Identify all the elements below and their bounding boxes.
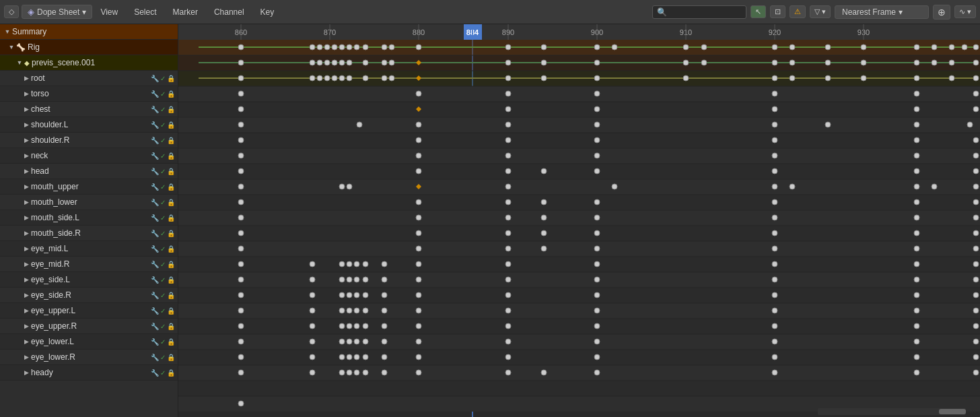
mouth-upper-check-icon[interactable]: ✓	[160, 183, 166, 191]
select-mode-button[interactable]: ↖	[750, 5, 766, 18]
shoulder-l-lock-icon[interactable]: 🔒	[167, 121, 175, 129]
eye-mid-r-wrench-icon[interactable]: 🔧	[151, 261, 159, 268]
channel-mouth-upper[interactable]: ▶ mouth_upper 🔧 ✓ 🔒	[0, 179, 178, 195]
channel-mouth-side-r[interactable]: ▶ mouth_side.R 🔧 ✓ 🔒	[0, 226, 178, 241]
channel-mouth-side-l[interactable]: ▶ mouth_side.L 🔧 ✓ 🔒	[0, 210, 178, 226]
channel-previs[interactable]: ▼ ◆ previs_scene.001	[0, 55, 178, 71]
mouth-side-r-lock-icon[interactable]: 🔒	[167, 230, 175, 237]
root-check-icon[interactable]: ✓	[160, 75, 166, 82]
eye-lower-r-check-icon[interactable]: ✓	[160, 354, 166, 361]
shoulder-r-lock-icon[interactable]: 🔒	[167, 137, 175, 144]
mouth-lower-check-icon[interactable]: ✓	[160, 199, 166, 206]
mouth-side-l-check-icon[interactable]: ✓	[160, 214, 166, 222]
heady-wrench-icon[interactable]: 🔧	[151, 369, 159, 377]
eye-side-l-wrench-icon[interactable]: 🔧	[151, 276, 159, 284]
head-check-icon[interactable]: ✓	[160, 168, 166, 175]
torso-lock-icon[interactable]: 🔒	[167, 90, 175, 98]
channel-neck[interactable]: ▶ neck 🔧 ✓ 🔒	[0, 148, 178, 164]
channel-eye-lower-r[interactable]: ▶ eye_lower.R 🔧 ✓ 🔒	[0, 350, 178, 365]
filter-button[interactable]: ▽ ▾	[810, 5, 831, 18]
shoulder-r-check-icon[interactable]: ✓	[160, 137, 166, 144]
mouth-side-r-check-icon[interactable]: ✓	[160, 230, 166, 237]
channel-eye-side-l[interactable]: ▶ eye_side.L 🔧 ✓ 🔒	[0, 272, 178, 288]
eye-upper-r-check-icon[interactable]: ✓	[160, 323, 166, 330]
eye-mid-l-lock-icon[interactable]: 🔒	[167, 245, 175, 253]
sync-button[interactable]: ⊕	[933, 5, 950, 20]
shoulder-l-wrench-icon[interactable]: 🔧	[151, 121, 159, 129]
eye-lower-l-wrench-icon[interactable]: 🔧	[151, 338, 159, 346]
channel-chest[interactable]: ▶ chest 🔧 ✓ 🔒	[0, 102, 178, 117]
channel-eye-mid-r[interactable]: ▶ eye_mid.R 🔧 ✓ 🔒	[0, 257, 178, 272]
channel-shoulder-l[interactable]: ▶ shoulder.L 🔧 ✓ 🔒	[0, 117, 178, 133]
channel-heady[interactable]: ▶ heady 🔧 ✓ 🔒	[0, 365, 178, 381]
nearest-frame-dropdown[interactable]: Nearest Frame ▾	[835, 5, 929, 19]
svg-point-256	[973, 277, 979, 282]
app-menu-button[interactable]: ◇	[4, 5, 19, 18]
eye-lower-l-check-icon[interactable]: ✓	[160, 338, 166, 346]
heady-lock-icon[interactable]: 🔒	[167, 369, 175, 377]
mouth-upper-lock-icon[interactable]: 🔒	[167, 183, 175, 191]
menu-key[interactable]: Key	[255, 6, 280, 18]
head-lock-icon[interactable]: 🔒	[167, 168, 175, 175]
neck-wrench-icon[interactable]: 🔧	[151, 152, 159, 160]
eye-mid-r-check-icon[interactable]: ✓	[160, 261, 166, 268]
menu-marker[interactable]: Marker	[168, 6, 203, 18]
mouth-side-r-wrench-icon[interactable]: 🔧	[151, 230, 159, 237]
eye-lower-r-lock-icon[interactable]: 🔒	[167, 354, 175, 361]
neck-check-icon[interactable]: ✓	[160, 152, 166, 160]
torso-check-icon[interactable]: ✓	[160, 90, 166, 98]
channel-head[interactable]: ▶ head 🔧 ✓ 🔒	[0, 164, 178, 179]
mouth-lower-lock-icon[interactable]: 🔒	[167, 199, 175, 206]
root-lock-icon[interactable]: 🔒	[167, 75, 175, 82]
channel-eye-upper-l[interactable]: ▶ eye_upper.L 🔧 ✓ 🔒	[0, 303, 178, 319]
channel-eye-side-r[interactable]: ▶ eye_side.R 🔧 ✓ 🔒	[0, 288, 178, 303]
mouth-upper-wrench-icon[interactable]: 🔧	[151, 183, 159, 191]
eye-side-l-check-icon[interactable]: ✓	[160, 276, 166, 284]
neck-lock-icon[interactable]: 🔒	[167, 152, 175, 160]
menu-channel[interactable]: Channel	[209, 6, 250, 18]
eye-lower-l-lock-icon[interactable]: 🔒	[167, 338, 175, 346]
eye-upper-l-wrench-icon[interactable]: 🔧	[151, 307, 159, 315]
frame-all-button[interactable]: ⊡	[770, 5, 785, 18]
eye-lower-r-wrench-icon[interactable]: 🔧	[151, 354, 159, 361]
channel-eye-upper-r[interactable]: ▶ eye_upper.R 🔧 ✓ 🔒	[0, 319, 178, 334]
menu-select[interactable]: Select	[129, 6, 162, 18]
svg-point-248	[354, 277, 359, 282]
heady-check-icon[interactable]: ✓	[160, 369, 166, 377]
mouth-side-l-lock-icon[interactable]: 🔒	[167, 214, 175, 222]
head-wrench-icon[interactable]: 🔧	[151, 168, 159, 175]
channel-eye-lower-l[interactable]: ▶ eye_lower.L 🔧 ✓ 🔒	[0, 334, 178, 350]
eye-upper-r-lock-icon[interactable]: 🔒	[167, 323, 175, 330]
search-input[interactable]	[670, 8, 737, 16]
channel-eye-mid-l[interactable]: ▶ eye_mid.L 🔧 ✓ 🔒	[0, 241, 178, 257]
eye-side-r-lock-icon[interactable]: 🔒	[167, 292, 175, 299]
eye-upper-r-wrench-icon[interactable]: 🔧	[151, 323, 159, 330]
eye-side-r-check-icon[interactable]: ✓	[160, 292, 166, 299]
menu-view[interactable]: View	[95, 6, 123, 18]
channel-mouth-lower[interactable]: ▶ mouth_lower 🔧 ✓ 🔒	[0, 195, 178, 210]
curve-button[interactable]: ∿ ▾	[954, 5, 976, 18]
sheet-type-dropdown[interactable]: ◈ Dope Sheet ▾	[22, 5, 92, 19]
shoulder-l-check-icon[interactable]: ✓	[160, 121, 166, 129]
eye-side-r-wrench-icon[interactable]: 🔧	[151, 292, 159, 299]
chest-lock-icon[interactable]: 🔒	[167, 106, 175, 113]
channel-summary[interactable]: ▼ Summary	[0, 24, 178, 40]
mouth-lower-wrench-icon[interactable]: 🔧	[151, 199, 159, 206]
chest-wrench-icon[interactable]: 🔧	[151, 106, 159, 113]
eye-mid-r-lock-icon[interactable]: 🔒	[167, 261, 175, 268]
channel-torso[interactable]: ▶ torso 🔧 ✓ 🔒	[0, 86, 178, 102]
torso-wrench-icon[interactable]: 🔧	[151, 90, 159, 98]
eye-mid-l-check-icon[interactable]: ✓	[160, 245, 166, 253]
eye-upper-l-check-icon[interactable]: ✓	[160, 307, 166, 315]
warning-button[interactable]: ⚠	[790, 5, 806, 18]
root-wrench-icon[interactable]: 🔧	[151, 75, 159, 82]
channel-shoulder-r[interactable]: ▶ shoulder.R 🔧 ✓ 🔒	[0, 133, 178, 148]
eye-mid-l-wrench-icon[interactable]: 🔧	[151, 245, 159, 253]
chest-check-icon[interactable]: ✓	[160, 106, 166, 113]
channel-root[interactable]: ▶ root 🔧 ✓ 🔒	[0, 71, 178, 86]
mouth-side-l-wrench-icon[interactable]: 🔧	[151, 214, 159, 222]
shoulder-r-wrench-icon[interactable]: 🔧	[151, 137, 159, 144]
channel-rig[interactable]: ▼ 🦴 Rig	[0, 40, 178, 55]
eye-side-l-lock-icon[interactable]: 🔒	[167, 276, 175, 284]
eye-upper-l-lock-icon[interactable]: 🔒	[167, 307, 175, 315]
